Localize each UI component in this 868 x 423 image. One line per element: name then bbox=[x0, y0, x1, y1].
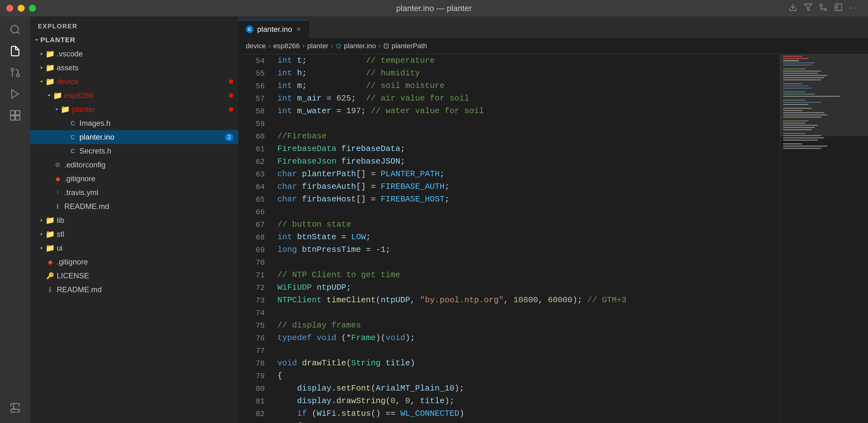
code-line-83: { bbox=[270, 420, 780, 423]
sidebar-item-lib[interactable]: 📁 lib bbox=[30, 213, 238, 227]
breadcrumb-device[interactable]: device bbox=[246, 42, 266, 50]
sidebar-item-readme-root[interactable]: ℹ README.md bbox=[30, 283, 238, 297]
chevron-down-icon bbox=[38, 79, 45, 85]
minimap[interactable] bbox=[780, 54, 868, 423]
code-line-57: int m_air = 625; // air value for soil bbox=[270, 92, 780, 104]
sidebar-item-travis-yml[interactable]: ! .travis.yml bbox=[30, 186, 238, 200]
sidebar-item-device[interactable]: 📁 device bbox=[30, 75, 238, 89]
ln-73: 73 bbox=[238, 294, 265, 307]
code-line-70 bbox=[270, 256, 780, 269]
sidebar-item-planter-ino[interactable]: C planter.ino 2 bbox=[30, 130, 238, 144]
titlebar: planter.ino — planter ··· bbox=[0, 0, 868, 17]
sidebar-item-stl[interactable]: 📁 stl bbox=[30, 227, 238, 241]
more-icon[interactable]: ··· bbox=[849, 4, 862, 12]
svg-rect-48 bbox=[783, 140, 818, 141]
breadcrumb-symbol[interactable]: planterPath bbox=[392, 42, 427, 50]
sidebar-item-planter-root[interactable]: PLANTER bbox=[30, 33, 238, 47]
code-line-79: { bbox=[270, 369, 780, 382]
sidebar-item-esp8266[interactable]: 📁 esp8266 bbox=[30, 89, 238, 102]
ln-72: 72 bbox=[238, 282, 265, 294]
explorer-activity-icon[interactable] bbox=[5, 41, 25, 61]
sidebar-label-gitignore-root: .gitignore bbox=[57, 258, 238, 266]
sidebar-label-planter: PLANTER bbox=[40, 36, 238, 44]
minimize-button[interactable] bbox=[18, 5, 25, 12]
branch-icon[interactable] bbox=[819, 3, 828, 14]
code-line-72: WiFiUDP ntpUDP; bbox=[270, 281, 780, 294]
breadcrumb-esp8266[interactable]: esp8266 bbox=[273, 42, 300, 50]
ln-56: 56 bbox=[238, 80, 265, 93]
sidebar-label-stl: stl bbox=[57, 230, 238, 239]
ln-71: 71 bbox=[238, 269, 265, 282]
code-editor[interactable]: 54 55 56 57 58 59 60 61 62 63 64 65 66 6… bbox=[238, 54, 780, 423]
line-numbers: 54 55 56 57 58 59 60 61 62 63 64 65 66 6… bbox=[238, 54, 270, 423]
tab-label: planter.ino bbox=[257, 25, 292, 34]
sidebar-item-ui[interactable]: 📁 ui bbox=[30, 241, 238, 255]
download-icon[interactable] bbox=[788, 3, 797, 14]
code-line-60: //Firebase bbox=[270, 130, 780, 143]
breadcrumb-sep-3: › bbox=[331, 42, 333, 50]
sidebar-item-images-h[interactable]: C Images.h bbox=[30, 116, 238, 130]
layout-icon[interactable] bbox=[834, 3, 843, 14]
code-line-78: void drawTitle(String title) bbox=[270, 357, 780, 369]
folder-icon: 📁 bbox=[45, 77, 55, 86]
svg-point-2 bbox=[820, 4, 822, 6]
ln-60: 60 bbox=[238, 130, 265, 143]
extensions-activity-icon[interactable] bbox=[5, 105, 25, 125]
svg-line-5 bbox=[17, 32, 20, 34]
svg-point-4 bbox=[11, 26, 19, 33]
sidebar-item-gitignore-inner[interactable]: ◆ .gitignore bbox=[30, 172, 238, 186]
chevron-right-icon bbox=[38, 217, 45, 223]
close-button[interactable] bbox=[6, 5, 13, 12]
license-icon: 🔑 bbox=[45, 272, 55, 279]
chevron-right-icon bbox=[38, 51, 45, 57]
sidebar-item-secrets-h[interactable]: C Secrets.h bbox=[30, 144, 238, 158]
folder-icon: 📁 bbox=[53, 91, 62, 100]
ln-66: 66 bbox=[238, 206, 265, 219]
folder-icon: 📁 bbox=[45, 230, 55, 239]
code-line-54: int t; // temperature bbox=[270, 54, 780, 67]
test-activity-icon[interactable] bbox=[5, 398, 25, 418]
status-dot-esp8266 bbox=[229, 93, 233, 98]
ln-81: 81 bbox=[238, 395, 265, 408]
config-icon: ⚙ bbox=[53, 161, 62, 169]
sidebar-label-gitignore-inner: .gitignore bbox=[64, 174, 238, 183]
svg-rect-47 bbox=[783, 138, 824, 139]
traffic-lights bbox=[6, 5, 36, 12]
ln-82: 82 bbox=[238, 408, 265, 421]
tab-close-icon[interactable]: ✕ bbox=[296, 26, 301, 33]
sidebar-item-readme-device[interactable]: ℹ README.md bbox=[30, 200, 238, 213]
sidebar-item-vscode[interactable]: 📁 .vscode bbox=[30, 47, 238, 61]
ln-54: 54 bbox=[238, 55, 265, 67]
filter-icon[interactable] bbox=[804, 3, 812, 14]
svg-rect-11 bbox=[16, 111, 20, 115]
sidebar-item-editorconfig[interactable]: ⚙ .editorconfig bbox=[30, 158, 238, 172]
sidebar-item-gitignore-root[interactable]: ◆ .gitignore bbox=[30, 255, 238, 269]
sidebar-item-planter-folder[interactable]: 📁 planter bbox=[30, 102, 238, 116]
sidebar-label-secrets-h: Secrets.h bbox=[80, 147, 238, 155]
search-activity-icon[interactable] bbox=[5, 20, 25, 40]
sidebar-label-readme-device: README.md bbox=[64, 202, 238, 211]
breadcrumb-file[interactable]: planter.ino bbox=[344, 42, 376, 50]
tab-planter-ino[interactable]: C planter.ino ✕ bbox=[238, 20, 309, 38]
sidebar-item-assets[interactable]: 📁 assets bbox=[30, 61, 238, 75]
code-view: 54 55 56 57 58 59 60 61 62 63 64 65 66 6… bbox=[238, 54, 868, 423]
ln-77: 77 bbox=[238, 345, 265, 357]
maximize-button[interactable] bbox=[29, 5, 36, 12]
breadcrumb-planter[interactable]: planter bbox=[307, 42, 329, 50]
git-icon: ◆ bbox=[45, 258, 55, 266]
sidebar-label-esp8266: esp8266 bbox=[64, 91, 229, 100]
chevron-right-icon bbox=[38, 65, 45, 70]
main-container: EXPLORER PLANTER 📁 .vscode bbox=[0, 17, 868, 423]
tab-file-icon: C bbox=[246, 26, 253, 33]
breadcrumb-symbol-icon: ⊡ bbox=[383, 42, 389, 50]
run-activity-icon[interactable] bbox=[5, 84, 25, 104]
sidebar-item-license[interactable]: 🔑 LICENSE bbox=[30, 269, 238, 283]
c-file-icon: C bbox=[68, 148, 78, 155]
svg-rect-10 bbox=[10, 111, 15, 115]
source-control-activity-icon[interactable] bbox=[5, 62, 25, 83]
code-line-58: int m_water = 197; // water value for so… bbox=[270, 104, 780, 117]
code-line-74 bbox=[270, 306, 780, 319]
info-icon: ℹ bbox=[53, 203, 62, 210]
sidebar: EXPLORER PLANTER 📁 .vscode bbox=[30, 17, 238, 423]
git-icon: ◆ bbox=[53, 175, 62, 182]
